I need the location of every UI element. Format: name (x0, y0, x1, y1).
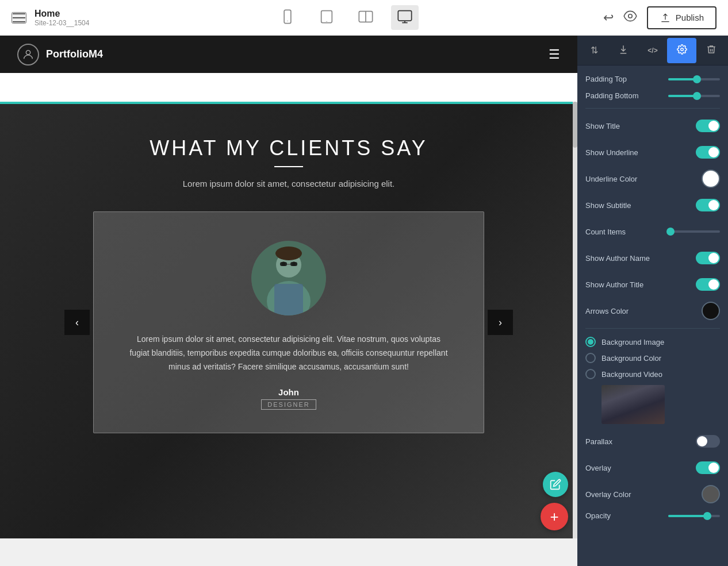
show-underline-label: Show Underline (585, 148, 696, 157)
padding-bottom-label: Padding Bottom (585, 91, 668, 100)
padding-bottom-slider[interactable] (668, 95, 720, 97)
add-icon: + (550, 508, 558, 526)
section-subtitle: Lorem ipsum dolor sit amet, consectetur … (183, 179, 395, 188)
device-split-btn[interactable] (352, 5, 380, 30)
author-role: DESIGNER (261, 399, 316, 410)
canvas-wrapper: PortfolioM4 ☰ WHAT MY CLIENTS SAY Lorem … (0, 36, 728, 566)
show-author-name-label: Show Author Name (585, 254, 696, 263)
undo-button[interactable]: ↩ (603, 10, 614, 25)
settings-tool-btn[interactable] (667, 38, 696, 63)
panel-toolbar: ⇅ </> (577, 36, 728, 66)
show-author-title-row: Show Author Title (585, 275, 720, 294)
padding-top-row: Padding Top (585, 75, 720, 83)
top-bar-left: Home Site-12-03__1504 (12, 9, 89, 27)
device-tablet-btn[interactable] (313, 5, 340, 30)
parallax-row: Parallax (585, 432, 720, 451)
device-switcher (274, 5, 419, 30)
device-mobile-btn[interactable] (274, 5, 301, 30)
svg-rect-2 (321, 11, 332, 23)
opacity-slider[interactable] (668, 515, 720, 517)
download-tool-btn[interactable] (609, 38, 638, 63)
bg-image-label: Background Image (601, 338, 664, 346)
next-arrow[interactable]: › (488, 310, 513, 335)
publish-button[interactable]: Publish (647, 6, 716, 29)
home-title: Home (35, 9, 89, 19)
opacity-row: Opacity (585, 511, 720, 520)
show-author-name-toggle[interactable] (696, 252, 720, 264)
show-subtitle-row: Show Subtitle (585, 196, 720, 214)
count-items-slider[interactable] (668, 230, 720, 233)
arrows-color-row: Arrows Color (585, 302, 720, 320)
code-icon: </> (647, 47, 657, 55)
testimonial-card-wrapper: ‹ (64, 211, 513, 433)
top-bar-right: ↩ Publish (603, 6, 716, 29)
bg-video-radio[interactable] (585, 369, 596, 379)
testimonial-text: Lorem ipsum dolor sit amet, consectetur … (128, 333, 449, 374)
delete-icon (706, 44, 716, 57)
arrows-color-label: Arrows Color (585, 307, 702, 315)
svg-point-9 (629, 14, 633, 18)
overlay-color-row: Overlay Color (585, 485, 720, 503)
overlay-toggle[interactable] (696, 461, 720, 474)
testimonial-card: Lorem ipsum dolor sit amet, consectetur … (93, 211, 484, 433)
float-add-button[interactable]: + (541, 503, 568, 530)
bg-color-radio[interactable] (585, 353, 596, 363)
overlay-color-label: Overlay Color (585, 490, 702, 499)
show-author-name-row: Show Author Name (585, 249, 720, 267)
hamburger-menu[interactable] (12, 12, 26, 24)
site-brand: PortfolioM4 (46, 48, 103, 60)
show-author-title-toggle[interactable] (696, 278, 720, 291)
bg-video-label: Background Video (601, 370, 662, 379)
bg-color-label: Background Color (601, 354, 661, 363)
overlay-color-swatch[interactable] (702, 485, 720, 503)
opacity-label: Opacity (585, 511, 668, 520)
bg-color-option[interactable]: Background Color (585, 353, 720, 363)
delete-tool-btn[interactable] (696, 38, 726, 63)
overlay-row: Overlay (585, 459, 720, 477)
site-logo-area: PortfolioM4 (17, 44, 103, 66)
author-avatar (251, 241, 326, 315)
publish-label: Publish (676, 13, 704, 22)
show-author-title-label: Show Author Title (585, 280, 696, 289)
bg-thumbnail[interactable] (601, 385, 665, 424)
show-title-toggle[interactable] (696, 120, 720, 132)
padding-top-label: Padding Top (585, 75, 668, 83)
padding-bottom-row: Padding Bottom (585, 91, 720, 100)
overlay-label: Overlay (585, 464, 696, 472)
svg-rect-6 (398, 11, 411, 21)
show-subtitle-toggle[interactable] (696, 199, 720, 211)
svg-rect-0 (284, 10, 291, 23)
show-underline-row: Show Underline (585, 143, 720, 161)
bg-image-radio[interactable] (585, 337, 596, 347)
right-panel: ⇅ </> (577, 36, 728, 566)
prev-arrow[interactable]: ‹ (64, 310, 90, 335)
site-nav-hamburger[interactable]: ☰ (549, 47, 560, 62)
download-icon (618, 44, 629, 57)
underline-color-row: Underline Color (585, 170, 720, 188)
page-canvas: PortfolioM4 ☰ WHAT MY CLIENTS SAY Lorem … (0, 36, 577, 566)
bg-thumb-inner (601, 385, 665, 424)
top-bar: Home Site-12-03__1504 ↩ (0, 0, 728, 36)
parallax-toggle[interactable] (696, 435, 720, 448)
site-info: Home Site-12-03__1504 (35, 9, 89, 27)
bg-image-option[interactable]: Background Image (585, 337, 720, 347)
arrows-color-swatch[interactable] (702, 302, 720, 320)
svg-point-10 (26, 50, 30, 54)
settings-icon (677, 44, 687, 57)
bg-video-option[interactable]: Background Video (585, 369, 720, 379)
underline-color-swatch[interactable] (702, 170, 720, 188)
padding-top-slider[interactable] (668, 78, 720, 80)
show-underline-toggle[interactable] (696, 146, 720, 159)
site-header-preview: PortfolioM4 ☰ (0, 36, 577, 73)
logo-circle (17, 44, 39, 66)
author-name: John (278, 387, 299, 397)
preview-button[interactable] (623, 9, 638, 27)
move-tool-btn[interactable]: ⇅ (580, 38, 609, 63)
testimonials-section[interactable]: WHAT MY CLIENTS SAY Lorem ipsum dolor si… (0, 102, 577, 538)
svg-point-23 (681, 48, 684, 51)
device-desktop-btn[interactable] (391, 5, 419, 30)
float-edit-button[interactable] (543, 472, 568, 497)
count-items-row: Count Items (585, 222, 720, 241)
code-tool-btn[interactable]: </> (638, 38, 668, 63)
show-title-label: Show Title (585, 122, 696, 130)
